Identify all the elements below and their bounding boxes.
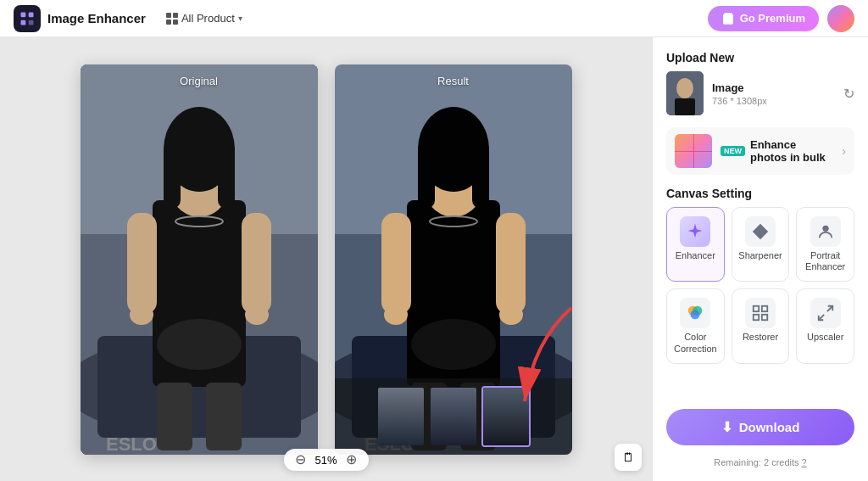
svg-point-49 xyxy=(691,310,700,320)
app-title: Image Enhancer xyxy=(47,11,146,25)
original-label: Original xyxy=(81,75,318,87)
tool-card-color-correction[interactable]: Color Correction xyxy=(666,288,725,363)
svg-line-55 xyxy=(818,315,823,320)
result-label: Result xyxy=(335,75,572,87)
upload-info: Image 736 * 1308px xyxy=(712,81,835,106)
zoom-in-icon: ⊕ xyxy=(346,452,357,467)
upload-section: Upload New Image 736 * 1308px ↻ xyxy=(666,51,854,115)
notes-button[interactable]: 🗒 xyxy=(615,444,642,471)
canvas-settings-section: Canvas Setting EnhancerSharpenerPortrait… xyxy=(666,187,854,364)
main-content: Original ESLO3 xyxy=(0,37,868,481)
all-product-button[interactable]: All Product ▾ xyxy=(159,8,249,28)
bulk-row[interactable]: NEW Enhance photos in bulk › xyxy=(666,127,854,175)
premium-btn-label: Go Premium xyxy=(740,12,805,25)
tool-icon-4 xyxy=(745,298,776,328)
svg-rect-17 xyxy=(242,213,271,315)
grid-icon xyxy=(166,13,178,25)
svg-rect-53 xyxy=(762,315,767,320)
svg-point-40 xyxy=(411,319,496,370)
svg-line-54 xyxy=(826,306,832,311)
original-image-bg: ESLO3 xyxy=(81,64,318,455)
svg-rect-18 xyxy=(157,383,192,450)
zoom-controls: ⊖ 51% ⊕ xyxy=(283,449,368,471)
svg-point-46 xyxy=(822,226,828,232)
all-product-label: All Product xyxy=(181,12,235,25)
credits-help-link[interactable]: ? xyxy=(802,457,807,467)
app-header: Image Enhancer All Product ▾ Go Premium xyxy=(0,0,868,37)
tool-card-restorer[interactable]: Restorer xyxy=(732,288,790,363)
svg-rect-14 xyxy=(218,141,235,209)
svg-rect-35 xyxy=(496,213,526,315)
zoom-percent-label: 51% xyxy=(314,454,337,467)
svg-rect-0 xyxy=(21,12,26,17)
tool-icon-0 xyxy=(680,216,710,247)
images-container: Original ESLO3 xyxy=(81,64,572,455)
tool-label-3: Color Correction xyxy=(672,332,719,354)
upload-image-size: 736 * 1308px xyxy=(712,96,835,106)
svg-rect-3 xyxy=(29,20,34,25)
chevron-right-icon: › xyxy=(842,144,846,158)
tools-grid: EnhancerSharpenerPortrait EnhancerColor … xyxy=(666,207,854,364)
result-panel: Result ESLC. xyxy=(335,64,572,455)
upload-row: Image 736 * 1308px ↻ xyxy=(666,71,854,115)
go-premium-button[interactable]: Go Premium xyxy=(708,6,819,31)
credits-text: Remaining: 2 credits ? xyxy=(666,457,854,467)
strip-thumb-1[interactable] xyxy=(376,386,426,447)
tool-label-2: Portrait Enhancer xyxy=(802,250,849,272)
refresh-button[interactable]: ↻ xyxy=(843,86,854,102)
tool-card-portrait-enhancer[interactable]: Portrait Enhancer xyxy=(796,207,854,282)
tool-icon-1 xyxy=(745,216,776,247)
cart-icon xyxy=(721,12,735,25)
svg-rect-34 xyxy=(381,213,411,315)
tool-label-4: Restorer xyxy=(743,332,778,343)
svg-rect-44 xyxy=(675,98,695,115)
svg-point-21 xyxy=(245,305,269,325)
tool-icon-3 xyxy=(680,298,710,328)
new-badge: NEW xyxy=(721,146,745,156)
tool-label-1: Sharpener xyxy=(738,250,782,261)
zoom-out-button[interactable]: ⊖ xyxy=(295,453,306,467)
svg-rect-51 xyxy=(762,306,767,311)
upload-image-name: Image xyxy=(712,81,835,94)
tool-icon-2 xyxy=(810,216,841,247)
download-label: Download xyxy=(739,420,800,434)
svg-rect-31 xyxy=(418,141,435,209)
svg-point-20 xyxy=(130,305,153,325)
zoom-out-icon: ⊖ xyxy=(295,452,306,467)
download-button[interactable]: ⬇ Download xyxy=(666,409,854,445)
download-icon: ⬇ xyxy=(721,419,732,435)
svg-rect-32 xyxy=(472,141,489,209)
image-strip xyxy=(335,378,572,455)
strip-thumb-3[interactable] xyxy=(481,386,531,447)
svg-rect-52 xyxy=(754,315,759,320)
upload-thumb-svg xyxy=(666,71,704,115)
original-photo-svg: ESLO3 xyxy=(81,64,318,455)
refresh-icon: ↻ xyxy=(843,87,854,101)
tool-card-upscaler[interactable]: Upscaler xyxy=(796,288,854,363)
zoom-in-button[interactable]: ⊕ xyxy=(346,453,357,467)
tool-label-5: Upscaler xyxy=(807,332,843,343)
svg-point-43 xyxy=(676,78,693,98)
svg-point-38 xyxy=(384,305,408,325)
canvas-settings-title: Canvas Setting xyxy=(666,187,854,200)
bulk-label: Enhance photos in bulk xyxy=(750,138,833,164)
user-avatar[interactable] xyxy=(827,5,854,32)
svg-rect-16 xyxy=(127,213,157,315)
logo-area: Image Enhancer xyxy=(14,5,146,32)
tool-card-sharpener[interactable]: Sharpener xyxy=(732,207,790,282)
svg-rect-2 xyxy=(21,20,26,25)
logo-box xyxy=(14,5,41,32)
svg-rect-19 xyxy=(206,383,242,450)
right-panel: Upload New Image 736 * 1308px ↻ xyxy=(652,37,868,481)
chevron-down-icon: ▾ xyxy=(238,14,242,23)
notes-icon: 🗒 xyxy=(622,450,634,464)
canvas-area: Original ESLO3 xyxy=(0,37,652,481)
credits-label: Remaining: 2 credits xyxy=(714,457,798,467)
upload-section-title: Upload New xyxy=(666,51,854,64)
svg-point-39 xyxy=(499,305,523,325)
upload-thumbnail xyxy=(666,71,704,115)
strip-thumb-2[interactable] xyxy=(429,386,478,447)
logo-icon xyxy=(19,10,36,27)
tool-label-0: Enhancer xyxy=(676,250,715,261)
tool-card-enhancer[interactable]: Enhancer xyxy=(666,207,725,282)
